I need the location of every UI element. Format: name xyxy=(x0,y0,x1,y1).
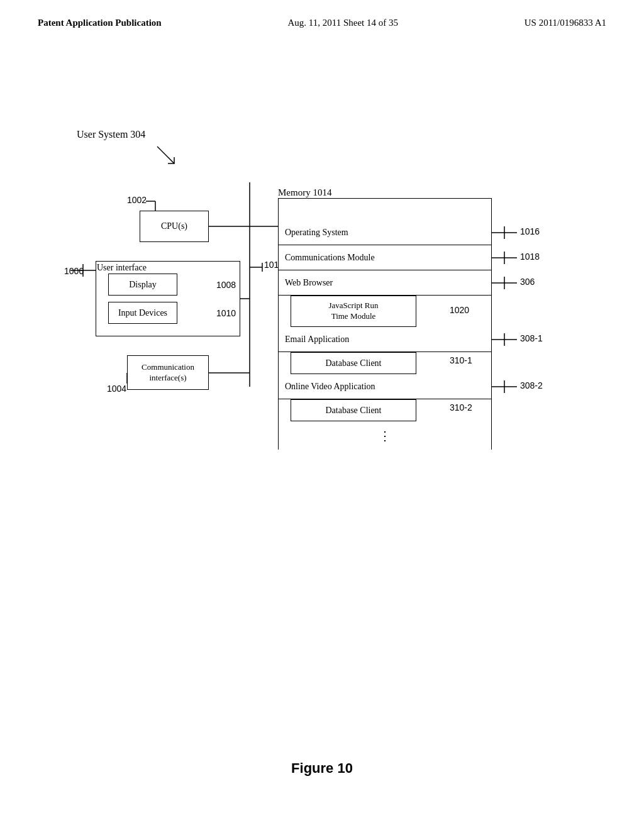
display-box: Display xyxy=(108,274,177,296)
os-label: Operating System xyxy=(285,228,348,238)
ref-310-1: 310-1 xyxy=(450,355,472,365)
db-client-1-label: Database Client xyxy=(325,358,381,368)
patent-number: US 2011/0196833 A1 xyxy=(525,18,606,28)
ref-1004: 1004 xyxy=(107,384,126,394)
ref-310-2: 310-2 xyxy=(450,402,472,412)
db-client-1-box: Database Client xyxy=(291,352,416,374)
ref-1016: 1016 xyxy=(520,226,540,236)
ref-308-2: 308-2 xyxy=(520,380,543,390)
cpu-box: CPU(s) xyxy=(140,211,209,242)
display-label: Display xyxy=(129,280,157,290)
svg-line-0 xyxy=(157,147,174,163)
web-browser-row: Web Browser xyxy=(278,270,492,296)
sheet-info: Aug. 11, 2011 Sheet 14 of 35 xyxy=(287,18,398,28)
db-client-2-box: Database Client xyxy=(291,399,416,421)
js-runtime-label: JavaScript RunTime Module xyxy=(328,301,378,322)
db-client-2-label: Database Client xyxy=(325,406,381,416)
js-runtime-box: JavaScript RunTime Module xyxy=(291,296,416,327)
online-video-label: Online Video Application xyxy=(285,382,375,392)
input-devices-label: Input Devices xyxy=(118,308,167,318)
page-header: Patent Application Publication Aug. 11, … xyxy=(0,0,644,28)
diagram-area: User System 304 1002 CPU(s) 1012 User in… xyxy=(64,66,630,632)
ellipsis-symbol: ⋮ xyxy=(379,428,391,443)
memory-label: Memory 1014 xyxy=(278,187,331,198)
ellipsis-row: ⋮ xyxy=(278,421,492,450)
ref-1018: 1018 xyxy=(520,252,540,262)
comm-module-row: Communications Module xyxy=(278,245,492,270)
ref-1006: 1006 xyxy=(64,266,84,276)
figure-caption: Figure 10 xyxy=(228,760,416,777)
ref-1010: 1010 xyxy=(216,308,236,318)
web-browser-label: Web Browser xyxy=(285,278,333,288)
email-app-row: Email Application xyxy=(278,327,492,352)
ref-1020: 1020 xyxy=(450,305,469,315)
comm-module-label: Communications Module xyxy=(285,253,375,263)
ref-308-1: 308-1 xyxy=(520,333,543,343)
ref-306: 306 xyxy=(520,277,535,287)
email-app-label: Email Application xyxy=(285,335,349,345)
cpu-label: CPU(s) xyxy=(161,221,187,231)
comm-interface-box: Communicationinterface(s) xyxy=(127,355,209,390)
ref-1002: 1002 xyxy=(127,195,147,205)
user-system-label: User System 304 xyxy=(77,129,145,140)
ref-1008: 1008 xyxy=(216,280,236,290)
publication-label: Patent Application Publication xyxy=(38,18,162,28)
input-devices-box: Input Devices xyxy=(108,302,177,324)
os-row: Operating System xyxy=(278,220,492,245)
comm-interface-label: Communicationinterface(s) xyxy=(142,362,194,384)
ui-label: User interface xyxy=(97,263,147,273)
online-video-row: Online Video Application xyxy=(278,374,492,399)
